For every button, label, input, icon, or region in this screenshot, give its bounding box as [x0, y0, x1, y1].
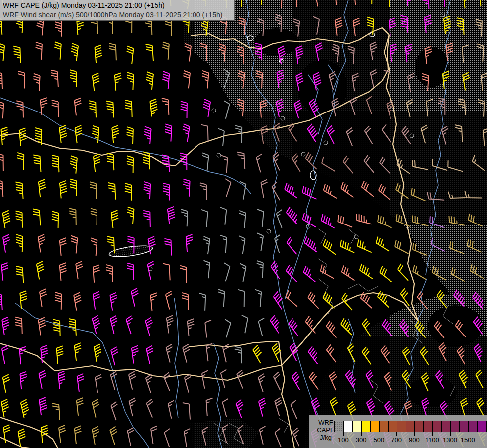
- legend-cell: [433, 421, 442, 432]
- legend-tick-label: 100: [338, 436, 349, 444]
- legend-tick: [361, 432, 362, 436]
- legend-tick-label: 900: [409, 436, 420, 444]
- legend-cell: [478, 421, 486, 432]
- legend-cell: [380, 421, 389, 432]
- legend-cell: [371, 421, 380, 432]
- legend-tick: [414, 432, 415, 436]
- legend-tick-label: 1500: [461, 436, 475, 444]
- legend-cell: [406, 421, 415, 432]
- legend-cell: [469, 421, 478, 432]
- legend-tick: [343, 432, 344, 436]
- legend-cell: [415, 421, 424, 432]
- legend-tick: [450, 432, 451, 436]
- legend-tick: [396, 432, 397, 436]
- legend-cell: [397, 421, 406, 432]
- legend-cell: [389, 421, 397, 432]
- wrf-weather-map-app: WRF CAPE (J/kg) Monday 03-11-2025 21:00 …: [0, 0, 487, 448]
- legend-tick: [432, 432, 433, 436]
- title-box: WRF CAPE (J/kg) Monday 03-11-2025 21:00 …: [0, 0, 235, 21]
- legend-tick-label: 500: [374, 436, 385, 444]
- legend-cell: [451, 421, 460, 432]
- legend-cell: [442, 421, 451, 432]
- cape-colorbar: [334, 421, 487, 432]
- legend-tick-label: 1100: [425, 436, 439, 444]
- map-title-cape: WRF CAPE (J/kg) Monday 03-11-2025 21:00 …: [3, 1, 234, 10]
- legend-tick-label: 300: [356, 436, 367, 444]
- legend-tick-label: 700: [391, 436, 402, 444]
- legend-tick-label: 1300: [443, 436, 457, 444]
- legend-tick: [379, 432, 379, 436]
- legend-cell: [353, 421, 362, 432]
- legend-cell: [460, 421, 469, 432]
- weather-map-canvas: [0, 0, 487, 448]
- legend-title-line3: J/kg: [311, 434, 340, 441]
- legend-cell: [344, 421, 353, 432]
- legend-cell: [424, 421, 433, 432]
- legend-cell: [335, 421, 344, 432]
- legend-tick: [468, 432, 468, 436]
- legend-box: WRF CAPE J/kg 10030050070090011001300150…: [309, 415, 487, 448]
- map-title-windshear: WRF Wind shear (m/s) 500/1000hPa Monday …: [3, 10, 234, 20]
- legend-cell: [362, 421, 371, 432]
